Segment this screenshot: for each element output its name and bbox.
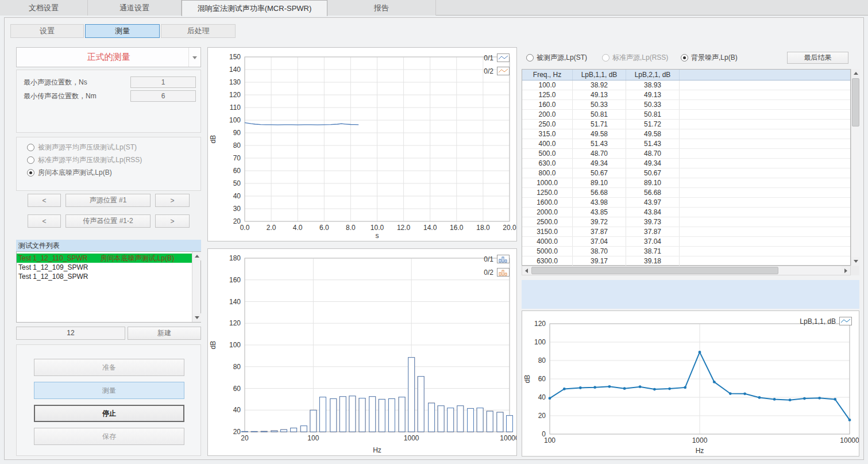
svg-text:8.0: 8.0 bbox=[346, 224, 356, 232]
table-row[interactable]: 4000.037.0437.04 bbox=[522, 237, 850, 247]
file-list-item[interactable]: Test 1_12_110_SPWR房间本底噪声测试,Lp(B) bbox=[17, 254, 192, 263]
radio-standard-lp-rss[interactable]: 标准声源,Lp(RSS) bbox=[602, 53, 668, 62]
table-cell: 38.70 bbox=[573, 247, 626, 256]
tab-document-settings[interactable]: 文档设置 bbox=[0, 0, 88, 16]
result-spectrum-chart: 020406080100120100100010000HzdBLpB,1,1, … bbox=[522, 310, 859, 457]
tab-channel-settings[interactable]: 通道设置 bbox=[88, 0, 182, 16]
table-cell: 125.0 bbox=[522, 90, 573, 99]
legend-entry: 0/1 bbox=[484, 255, 510, 263]
scroll-up-icon[interactable] bbox=[192, 252, 201, 260]
measurement-mode-dropdown[interactable]: 正式的测量 bbox=[16, 47, 201, 67]
new-button[interactable]: 新建 bbox=[128, 327, 201, 340]
source-position-prev-button[interactable]: < bbox=[28, 194, 61, 207]
table-cell: 200.0 bbox=[522, 110, 573, 119]
table-cell: 43.85 bbox=[573, 208, 626, 217]
table-row[interactable]: 1600.043.9843.97 bbox=[522, 198, 850, 208]
table-row[interactable]: 800.050.6750.67 bbox=[522, 168, 850, 178]
table-cell: 50.33 bbox=[573, 100, 626, 109]
table-row[interactable]: 3150.037.8737.87 bbox=[522, 227, 850, 237]
table-row[interactable]: 125.049.1349.13 bbox=[522, 90, 850, 100]
table-cell: 800.0 bbox=[522, 168, 573, 178]
table-vertical-scrollbar[interactable] bbox=[851, 69, 859, 266]
mic-position-next-button[interactable]: > bbox=[155, 214, 190, 228]
table-row[interactable]: 6300.039.1739.18 bbox=[522, 256, 850, 266]
file-list-item[interactable]: Test 1_12_108_SPWR bbox=[17, 272, 192, 281]
radio-lp-rss-test[interactable]: 标准声源平均声压级测试,Lp(RSS) bbox=[27, 156, 142, 164]
table-row[interactable]: 100.038.9238.93 bbox=[522, 80, 850, 90]
table-cell: 50.67 bbox=[626, 168, 680, 178]
mic-position-prev-button[interactable]: < bbox=[28, 214, 61, 228]
radio-icon bbox=[27, 156, 34, 164]
subtab-settings[interactable]: 设置 bbox=[10, 24, 84, 38]
table-cell: 56.68 bbox=[626, 188, 680, 197]
table-cell: 315.0 bbox=[522, 129, 573, 139]
source-position-button[interactable]: 声源位置 #1 bbox=[65, 194, 151, 207]
table-row[interactable]: 500.048.7048.70 bbox=[522, 149, 850, 159]
table-cell: 500.0 bbox=[522, 149, 573, 158]
table-cell: 89.10 bbox=[626, 178, 680, 187]
table-row[interactable]: 1000.089.1089.10 bbox=[522, 178, 850, 188]
table-row[interactable]: 630.049.3449.34 bbox=[522, 159, 850, 168]
radio-background-lp-b[interactable]: 背景噪声,Lp(B) bbox=[681, 53, 738, 62]
file-list-item[interactable]: Test 1_12_109_SPWR bbox=[17, 263, 192, 272]
table-row[interactable]: 400.051.4351.43 bbox=[522, 139, 850, 149]
svg-text:14.0: 14.0 bbox=[423, 224, 437, 232]
radio-lp-st-test[interactable]: 被测声源平均声压级测试,Lp(ST) bbox=[27, 143, 137, 152]
scroll-down-icon[interactable] bbox=[851, 257, 860, 266]
radio-lp-b-test[interactable]: 房间本底噪声测试,Lp(B) bbox=[27, 168, 112, 177]
table-row[interactable]: 250.051.7151.72 bbox=[522, 120, 850, 129]
tab-report[interactable]: 报告 bbox=[327, 0, 436, 16]
mic-position-button[interactable]: 传声器位置 #1-2 bbox=[65, 214, 151, 228]
table-cell: 49.13 bbox=[573, 90, 626, 99]
scroll-left-icon[interactable] bbox=[522, 266, 531, 275]
prepare-button[interactable]: 准备 bbox=[34, 359, 184, 376]
save-button[interactable]: 保存 bbox=[34, 428, 184, 445]
source-position-next-button[interactable]: > bbox=[155, 194, 190, 207]
table-row[interactable]: 1250.056.6856.68 bbox=[522, 188, 850, 198]
scroll-up-icon[interactable] bbox=[851, 69, 860, 78]
table-cell: 49.13 bbox=[626, 90, 680, 99]
chart-legend: 0/10/2 bbox=[484, 53, 510, 75]
result-table: Freq., Hz LpB,1,1, dB LpB,2,1, dB 100.03… bbox=[522, 69, 851, 266]
file-list-scrollbar[interactable] bbox=[192, 252, 200, 322]
final-result-button[interactable]: 最后结果 bbox=[787, 52, 848, 64]
table-row[interactable]: 2500.039.7239.73 bbox=[522, 217, 850, 227]
svg-text:150: 150 bbox=[229, 53, 241, 61]
tab-mcr-spwr[interactable]: 混响室法测试声功率(MCR-SPWR) bbox=[182, 0, 327, 16]
measure-button[interactable]: 测量 bbox=[34, 382, 184, 399]
column-header-freq[interactable]: Freq., Hz bbox=[522, 70, 573, 80]
subtab-measure[interactable]: 测量 bbox=[85, 24, 160, 38]
svg-text:20.0: 20.0 bbox=[503, 224, 516, 232]
svg-text:80: 80 bbox=[233, 363, 241, 371]
svg-text:110: 110 bbox=[230, 103, 241, 112]
svg-text:6.0: 6.0 bbox=[319, 224, 329, 232]
table-cell: 56.68 bbox=[573, 188, 626, 197]
test-type-group: 被测声源平均声压级测试,Lp(ST) 标准声源平均声压级测试,Lp(RSS) 房… bbox=[16, 137, 201, 191]
bar-series-icon bbox=[497, 268, 510, 277]
stop-button[interactable]: 停止 bbox=[34, 405, 184, 422]
table-row[interactable]: 5000.038.7038.71 bbox=[522, 247, 850, 256]
svg-text:90: 90 bbox=[233, 129, 241, 137]
scrollbar-thumb[interactable] bbox=[852, 78, 859, 126]
radio-source-lp-st[interactable]: 被测声源,Lp(ST) bbox=[526, 53, 587, 62]
svg-text:10000: 10000 bbox=[840, 436, 859, 444]
table-row[interactable]: 2000.043.8543.84 bbox=[522, 208, 850, 217]
scroll-down-icon[interactable] bbox=[192, 313, 201, 322]
min-source-positions-input[interactable]: 1 bbox=[130, 76, 196, 88]
table-row[interactable]: 200.050.8150.81 bbox=[522, 110, 850, 120]
bar-series-icon bbox=[497, 255, 510, 263]
table-horizontal-scrollbar[interactable] bbox=[522, 266, 851, 275]
result-table-header: Freq., Hz LpB,1,1, dB LpB,2,1, dB bbox=[522, 70, 850, 80]
chevron-down-icon[interactable] bbox=[188, 48, 200, 67]
table-row[interactable]: 315.049.5849.58 bbox=[522, 129, 850, 139]
scrollbar-thumb[interactable] bbox=[531, 267, 778, 274]
column-header-lpb21[interactable]: LpB,2,1, dB bbox=[626, 70, 680, 80]
file-number-field[interactable]: 12 bbox=[16, 327, 125, 340]
column-header-lpb11[interactable]: LpB,1,1, dB bbox=[573, 70, 626, 80]
subtab-postprocess[interactable]: 后处理 bbox=[161, 24, 236, 38]
radio-icon bbox=[681, 54, 688, 62]
radio-label: 背景噪声,Lp(B) bbox=[691, 53, 738, 63]
table-row[interactable]: 160.050.3350.33 bbox=[522, 100, 850, 110]
min-mic-positions-input[interactable]: 6 bbox=[130, 90, 196, 102]
scroll-right-icon[interactable] bbox=[842, 266, 850, 275]
